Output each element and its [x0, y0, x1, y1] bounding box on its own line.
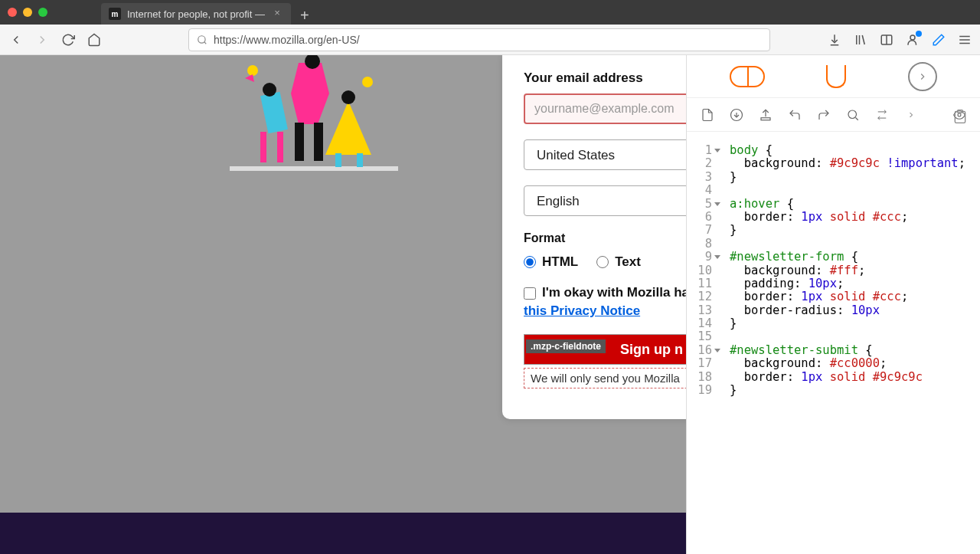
minimize-window-button[interactable]: [23, 8, 32, 17]
gutter-line: 4: [687, 184, 720, 197]
signup-button[interactable]: .mzp-c-fieldnote Sign up n: [524, 334, 686, 365]
gutter-line: 9: [687, 251, 720, 264]
css-editor[interactable]: 12345678910111213141516171819 body { bac…: [687, 132, 980, 554]
signup-button-label: Sign up n: [620, 342, 683, 357]
newsletter-form: Your email address United States English…: [502, 55, 686, 419]
email-label: Your email address: [524, 70, 686, 86]
gutter-line: 1: [687, 144, 720, 157]
code-line[interactable]: [730, 184, 980, 197]
svg-rect-27: [761, 117, 770, 120]
url-text: https://www.mozilla.org/en-US/: [214, 34, 360, 46]
code-area[interactable]: body { background: #9c9c9c !important;}a…: [724, 144, 980, 554]
page-footer: [0, 513, 686, 554]
fold-icon[interactable]: [714, 202, 720, 206]
svg-point-24: [362, 77, 373, 87]
tab-strip: m Internet for people, not profit — × +: [101, 0, 318, 25]
new-tab-button[interactable]: +: [291, 7, 318, 25]
gutter-line: 19: [687, 384, 720, 397]
library-icon[interactable]: [853, 32, 868, 48]
code-line[interactable]: a:hover {: [730, 198, 980, 211]
svg-rect-19: [260, 92, 288, 133]
undo-icon[interactable]: [786, 107, 803, 123]
radio-text[interactable]: Text: [596, 254, 641, 270]
titlebar: m Internet for people, not profit — × +: [0, 0, 980, 25]
radio-html-input[interactable]: [524, 256, 536, 268]
code-line[interactable]: #newsletter-submit {: [730, 344, 980, 357]
devtools-panel: 12345678910111213141516171819 body { bac…: [686, 55, 980, 554]
code-line[interactable]: }: [730, 317, 980, 330]
radio-html[interactable]: HTML: [524, 254, 578, 270]
fold-icon[interactable]: [714, 349, 720, 352]
edit-icon[interactable]: [931, 32, 946, 48]
code-line[interactable]: body {: [730, 144, 980, 157]
url-bar[interactable]: https://www.mozilla.org/en-US/: [188, 28, 770, 51]
fold-icon[interactable]: [714, 149, 720, 152]
downloads-icon[interactable]: [827, 32, 842, 48]
gutter-line: 18: [687, 371, 720, 384]
close-tab-button[interactable]: ×: [271, 8, 283, 20]
close-window-button[interactable]: [8, 8, 17, 17]
svg-rect-14: [314, 123, 323, 161]
svg-point-0: [198, 35, 205, 42]
wrap-icon[interactable]: [874, 107, 890, 123]
chevron-right-icon[interactable]: [903, 107, 920, 123]
code-line[interactable]: }: [730, 224, 980, 237]
email-field[interactable]: [524, 93, 686, 124]
code-line[interactable]: background: #9c9c9c !important;: [730, 157, 980, 170]
code-line[interactable]: }: [730, 171, 980, 184]
maximize-window-button[interactable]: [38, 8, 47, 17]
forward-button[interactable]: [34, 31, 51, 48]
svg-point-20: [263, 83, 276, 97]
code-line[interactable]: border: 1px solid #9c9c9c: [730, 371, 980, 384]
gutter-line: 2: [687, 157, 720, 170]
code-line[interactable]: border-radius: 10px: [730, 304, 980, 317]
reload-button[interactable]: [60, 31, 77, 48]
gutter-line: 7: [687, 224, 720, 237]
code-line[interactable]: [730, 330, 980, 343]
download-icon[interactable]: [728, 107, 745, 123]
panel-toolbar: [687, 98, 980, 132]
format-radios: HTML Text: [524, 254, 686, 270]
favicon: m: [109, 8, 121, 20]
svg-point-16: [341, 90, 355, 104]
privacy-link[interactable]: this Privacy Notice: [524, 303, 686, 319]
back-button[interactable]: [8, 31, 24, 48]
clipboard-icon[interactable]: [952, 107, 969, 127]
home-button[interactable]: [86, 31, 103, 48]
svg-line-1: [204, 41, 207, 44]
gutter-line: 8: [687, 238, 720, 251]
code-line[interactable]: border: 1px solid #ccc;: [730, 211, 980, 224]
search-icon[interactable]: [844, 107, 861, 123]
svg-point-23: [247, 65, 258, 76]
gutter-line: 15: [687, 330, 720, 343]
code-line[interactable]: padding: 10px;: [730, 277, 980, 290]
radio-text-input[interactable]: [596, 256, 609, 268]
redo-icon[interactable]: [815, 107, 832, 123]
toggle-icon[interactable]: [730, 66, 765, 87]
export-icon[interactable]: [757, 107, 774, 123]
consent-label: I'm okay with Mozilla handling: [542, 285, 686, 300]
magnet-icon[interactable]: [826, 65, 846, 88]
svg-rect-31: [958, 110, 963, 113]
page-viewport[interactable]: Your email address United States English…: [0, 55, 686, 554]
code-line[interactable]: border: 1px solid #ccc;: [730, 290, 980, 303]
fold-icon[interactable]: [714, 255, 720, 259]
new-file-icon[interactable]: [699, 107, 716, 123]
code-line[interactable]: #newsletter-form {: [730, 251, 980, 264]
country-select[interactable]: United States: [524, 139, 686, 170]
consent-checkbox-row[interactable]: I'm okay with Mozilla handling: [524, 285, 686, 300]
language-select[interactable]: English: [524, 185, 686, 216]
collapse-panel-button[interactable]: [908, 62, 937, 91]
svg-point-28: [848, 110, 857, 119]
browser-tab[interactable]: m Internet for people, not profit — ×: [101, 3, 291, 25]
sidebar-icon[interactable]: [879, 32, 894, 48]
code-line[interactable]: }: [730, 384, 980, 397]
gutter-line: 13: [687, 304, 720, 317]
code-line[interactable]: background: #cc0000;: [730, 357, 980, 370]
account-icon[interactable]: [905, 32, 920, 48]
menu-icon[interactable]: [957, 32, 972, 48]
svg-rect-17: [335, 153, 341, 167]
code-line[interactable]: [730, 238, 980, 251]
consent-checkbox[interactable]: [524, 287, 536, 300]
code-line[interactable]: background: #fff;: [730, 264, 980, 277]
